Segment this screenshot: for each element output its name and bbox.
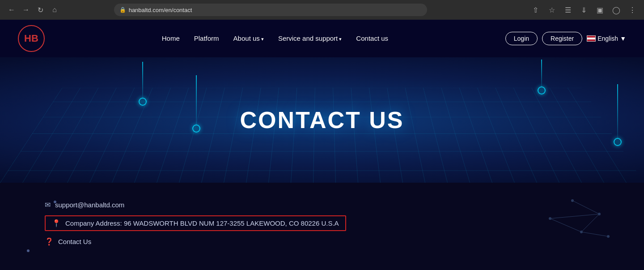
chevron-down-icon: ▼ (620, 35, 626, 42)
login-button[interactable]: Login (505, 32, 538, 45)
help-icon: ❓ (45, 237, 54, 246)
svg-line-5 (572, 201, 599, 214)
nav-link-service[interactable]: Service and support (278, 34, 342, 42)
beacon-ring-1 (139, 98, 147, 106)
address-bar[interactable]: 🔒 hanbaltd.com/en/contact (114, 4, 427, 16)
download-icon[interactable]: ⇓ (578, 4, 590, 16)
flag-icon (587, 35, 596, 42)
beacon-ring-4 (614, 138, 622, 146)
nav-item-about[interactable]: About us (233, 34, 264, 43)
nav-right: Login Register English ▼ (505, 32, 626, 45)
network-decoration (483, 192, 617, 254)
browser-nav-buttons: ← → ↻ ⌂ (5, 4, 61, 16)
beacon-ring-3 (538, 86, 546, 94)
beacon-1 (139, 62, 147, 106)
beacon-line-1 (142, 62, 143, 98)
lock-icon: 🔒 (119, 7, 126, 13)
svg-line-9 (581, 214, 599, 232)
back-button[interactable]: ← (5, 4, 18, 16)
profile-icon[interactable]: ◯ (610, 4, 623, 16)
contact-section: ✉ support@hanbaltd.com 📍 Company Address… (0, 183, 644, 270)
beacon-3 (538, 60, 546, 94)
beacon-line-2 (196, 75, 197, 124)
hero-title: CONTACT US (240, 107, 404, 133)
share-icon[interactable]: ⇧ (530, 4, 542, 16)
logo[interactable]: HB (18, 25, 45, 52)
language-label: English (597, 35, 618, 42)
address-text: Company Address: 96 WADSWORTH BLVD NUM 1… (65, 219, 339, 227)
browser-chrome: ← → ↻ ⌂ 🔒 hanbaltd.com/en/contact ⇧ ☆ ☰ … (0, 0, 644, 20)
address-box: 📍 Company Address: 96 WADSWORTH BLVD NUM… (45, 215, 346, 231)
bookmark-icon[interactable]: ☆ (546, 4, 558, 16)
reload-button[interactable]: ↻ (34, 4, 47, 16)
nav-item-contact[interactable]: Contact us (356, 34, 388, 43)
beacon-line-3 (541, 60, 542, 86)
nav-link-platform[interactable]: Platform (194, 34, 219, 42)
menu-icon[interactable]: ⋮ (626, 4, 639, 16)
beacon-line-4 (617, 84, 618, 138)
email-text: support@hanbaltd.com (55, 201, 124, 209)
nav-link-about[interactable]: About us (233, 34, 264, 42)
location-icon: 📍 (52, 219, 61, 227)
email-icon: ✉ (45, 201, 51, 209)
svg-line-7 (550, 219, 581, 232)
hero-section: CONTACT US (0, 57, 644, 183)
url-text: hanbaltd.com/en/contact (129, 7, 192, 13)
nav-link-home[interactable]: Home (162, 34, 180, 42)
tablet-icon[interactable]: ▣ (594, 4, 606, 16)
extensions-icon[interactable]: ☰ (562, 4, 574, 16)
register-button[interactable]: Register (542, 32, 582, 45)
navbar: HB Home Platform About us Service and su… (0, 20, 644, 57)
beacon-4 (614, 84, 622, 146)
beacon-2 (192, 75, 200, 133)
contact-us-link[interactable]: Contact Us (58, 238, 91, 245)
forward-button[interactable]: → (20, 4, 32, 16)
language-selector[interactable]: English ▼ (587, 35, 626, 42)
nav-item-home[interactable]: Home (162, 34, 180, 43)
nav-item-service[interactable]: Service and support (278, 34, 342, 43)
svg-line-8 (581, 232, 608, 236)
svg-line-6 (550, 214, 599, 219)
nav-link-contact[interactable]: Contact us (356, 34, 388, 42)
nav-item-platform[interactable]: Platform (194, 34, 219, 43)
browser-actions: ⇧ ☆ ☰ ⇓ ▣ ◯ ⋮ (530, 4, 639, 16)
nav-links: Home Platform About us Service and suppo… (162, 34, 388, 43)
beacon-ring-2 (192, 124, 200, 133)
home-button[interactable]: ⌂ (48, 4, 61, 16)
